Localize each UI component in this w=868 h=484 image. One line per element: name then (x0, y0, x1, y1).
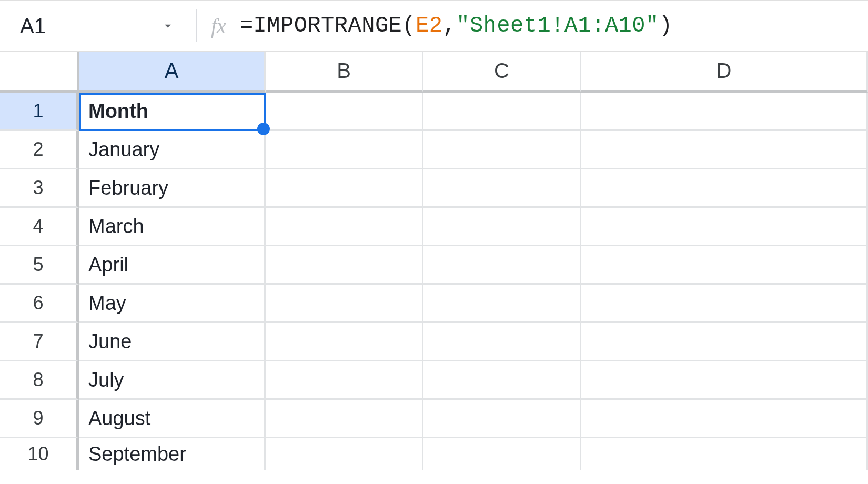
cell-a8[interactable]: July (79, 361, 266, 400)
formula-bar: A1 fx =IMPORTRANGE(E2,"Sheet1!A1:A10") (0, 0, 868, 52)
cell-d4[interactable] (581, 208, 868, 246)
cell-c8[interactable] (423, 361, 581, 400)
name-box-dropdown[interactable] (153, 1, 182, 51)
divider (196, 9, 197, 42)
row-header-3[interactable]: 3 (0, 169, 79, 208)
cell-a3[interactable]: February (79, 169, 266, 208)
cell-a6[interactable]: May (79, 285, 266, 323)
name-box[interactable]: A1 (19, 1, 182, 51)
row-8: 8 July (0, 361, 868, 400)
cell-b5[interactable] (266, 246, 423, 285)
cell-a5[interactable]: April (79, 246, 266, 285)
formula-token: , (442, 13, 456, 38)
cell-b4[interactable] (266, 208, 423, 246)
cell-c2[interactable] (423, 131, 581, 169)
cell-b1[interactable] (266, 93, 423, 131)
column-header-d[interactable]: D (581, 52, 868, 93)
row-header-5[interactable]: 5 (0, 246, 79, 285)
cell-a4[interactable]: March (79, 208, 266, 246)
formula-token: "Sheet1!A1:A10" (456, 13, 659, 38)
name-box-value: A1 (19, 14, 153, 38)
cell-a2[interactable]: January (79, 131, 266, 169)
row-3: 3 February (0, 169, 868, 208)
column-header-b[interactable]: B (266, 52, 423, 93)
row-1: 1 Month (0, 93, 868, 131)
cell-d2[interactable] (581, 131, 868, 169)
fx-icon: fx (211, 14, 226, 38)
row-header-1[interactable]: 1 (0, 93, 79, 131)
row-9: 9 August (0, 400, 868, 438)
cell-b7[interactable] (266, 323, 423, 361)
row-header-2[interactable]: 2 (0, 131, 79, 169)
cell-b9[interactable] (266, 400, 423, 438)
column-header-row: A B C D (0, 52, 868, 93)
chevron-down-icon (160, 18, 175, 33)
cell-a1[interactable]: Month (79, 93, 266, 131)
cell-d7[interactable] (581, 323, 868, 361)
cell-a10[interactable]: September (79, 438, 266, 470)
cell-d8[interactable] (581, 361, 868, 400)
cell-c4[interactable] (423, 208, 581, 246)
cell-c10[interactable] (423, 438, 581, 470)
cell-a9[interactable]: August (79, 400, 266, 438)
formula-token: ) (659, 13, 673, 38)
cell-b10[interactable] (266, 438, 423, 470)
cell-c7[interactable] (423, 323, 581, 361)
row-10: 10 September (0, 438, 868, 470)
row-4: 4 March (0, 208, 868, 246)
row-header-7[interactable]: 7 (0, 323, 79, 361)
cell-b6[interactable] (266, 285, 423, 323)
spreadsheet-grid: A B C D 1 Month 2 January 3 February 4 M… (0, 52, 868, 470)
row-2: 2 January (0, 131, 868, 169)
column-header-c[interactable]: C (423, 52, 581, 93)
cell-c6[interactable] (423, 285, 581, 323)
cell-d9[interactable] (581, 400, 868, 438)
cell-b3[interactable] (266, 169, 423, 208)
cell-c1[interactable] (423, 93, 581, 131)
row-header-10[interactable]: 10 (0, 438, 79, 470)
cell-d10[interactable] (581, 438, 868, 470)
row-header-4[interactable]: 4 (0, 208, 79, 246)
formula-input[interactable]: =IMPORTRANGE(E2,"Sheet1!A1:A10") (240, 13, 673, 38)
cell-c3[interactable] (423, 169, 581, 208)
column-header-a[interactable]: A (79, 52, 266, 93)
row-7: 7 June (0, 323, 868, 361)
cell-a7[interactable]: June (79, 323, 266, 361)
select-all-corner[interactable] (0, 52, 79, 93)
row-6: 6 May (0, 285, 868, 323)
row-header-9[interactable]: 9 (0, 400, 79, 438)
cell-d1[interactable] (581, 93, 868, 131)
row-5: 5 April (0, 246, 868, 285)
row-header-8[interactable]: 8 (0, 361, 79, 400)
cell-d6[interactable] (581, 285, 868, 323)
formula-token: E2 (416, 13, 442, 38)
cell-b2[interactable] (266, 131, 423, 169)
cell-d5[interactable] (581, 246, 868, 285)
cell-c5[interactable] (423, 246, 581, 285)
cell-d3[interactable] (581, 169, 868, 208)
cell-b8[interactable] (266, 361, 423, 400)
formula-token: =IMPORTRANGE( (240, 13, 416, 38)
row-header-6[interactable]: 6 (0, 285, 79, 323)
cell-c9[interactable] (423, 400, 581, 438)
